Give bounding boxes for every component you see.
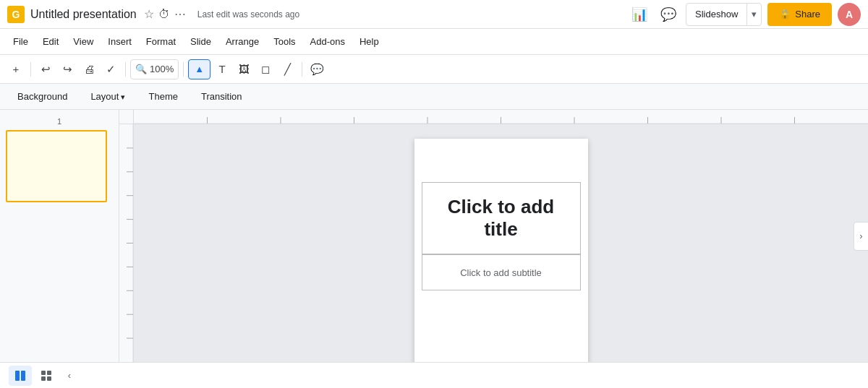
svg-rect-24: [41, 376, 46, 381]
last-edit-label: Last edit was seconds ago: [197, 9, 299, 20]
menu-insert[interactable]: Insert: [101, 33, 139, 50]
slide-subtitle-text: Click to add subtitle: [460, 267, 542, 278]
menu-file[interactable]: File: [6, 33, 35, 50]
ruler-top-marks: [134, 110, 868, 124]
ruler-left: [119, 124, 134, 362]
zoom-level: 100%: [150, 64, 174, 74]
presentation-title[interactable]: Untitled presentation: [30, 8, 137, 21]
title-bar: G Untitled presentation ☆ ⏱ ⋯ Last edit …: [0, 0, 868, 29]
main-toolbar: + ↩ ↪ 🖨 ✓ 🔍 100% ▲ T 🖼 ◻ ╱ 💬: [0, 55, 868, 84]
print-btn[interactable]: 🖨: [79, 59, 99, 79]
grid-view-btn[interactable]: [35, 366, 58, 386]
ruler-left-marks: [119, 124, 134, 362]
sep4: [302, 62, 302, 77]
filmstrip-view-btn[interactable]: [9, 366, 32, 386]
transition-btn[interactable]: Transition: [192, 88, 251, 105]
share-button[interactable]: 🔒 Share: [767, 3, 832, 26]
right-actions: 📊 💬 Slideshow ▾ 🔒 Share A: [628, 3, 861, 26]
image-btn[interactable]: 🖼: [234, 59, 254, 79]
slide-panel: 1: [0, 110, 119, 362]
present-btn[interactable]: 📊: [628, 3, 651, 26]
secondary-toolbar: Background Layout Theme Transition: [0, 84, 868, 110]
slide-thumbnail-1[interactable]: [6, 130, 107, 202]
slide-page: Click to add title Click to add subtitle: [414, 139, 588, 362]
background-btn[interactable]: Background: [9, 88, 76, 105]
comments-btn[interactable]: 💬: [657, 3, 680, 26]
subtitle-box[interactable]: Click to add subtitle: [422, 254, 581, 290]
collapse-panel-btn[interactable]: ‹: [61, 366, 78, 386]
svg-rect-22: [41, 371, 46, 375]
slideshow-label: Slideshow: [686, 4, 746, 25]
slide-canvas[interactable]: Click to add title Click to add subtitle: [134, 124, 868, 362]
comment-btn[interactable]: 💬: [307, 59, 327, 79]
add-btn[interactable]: +: [6, 59, 26, 79]
menu-tools[interactable]: Tools: [266, 33, 302, 50]
svg-rect-25: [47, 376, 51, 381]
ruler-corner: [119, 110, 134, 124]
layout-btn[interactable]: Layout: [82, 88, 134, 105]
main-content: 1: [0, 110, 868, 362]
slideshow-caret[interactable]: ▾: [746, 4, 761, 25]
menu-format[interactable]: Format: [139, 33, 183, 50]
zoom-control[interactable]: 🔍 100%: [130, 59, 179, 79]
user-avatar[interactable]: A: [838, 3, 861, 26]
undo-btn[interactable]: ↩: [35, 59, 56, 79]
sep1: [30, 62, 31, 77]
sep2: [125, 62, 126, 77]
app-logo: G: [7, 6, 25, 23]
redo-btn[interactable]: ↪: [57, 59, 77, 79]
title-box[interactable]: Click to add title: [422, 182, 581, 254]
canvas-area: Click to add title Click to add subtitle…: [119, 110, 868, 362]
slide-top-area: [414, 139, 588, 182]
menu-view[interactable]: View: [66, 33, 101, 50]
menu-bar: File Edit View Insert Format Slide Arran…: [0, 29, 868, 55]
sep3: [183, 62, 184, 77]
canvas-wrapper: Click to add title Click to add subtitle…: [119, 124, 868, 362]
line-btn[interactable]: ╱: [277, 59, 297, 79]
menu-arrange[interactable]: Arrange: [218, 33, 266, 50]
history-icon[interactable]: ⏱: [158, 8, 170, 21]
right-panel-toggle[interactable]: ›: [854, 222, 868, 251]
menu-help[interactable]: Help: [352, 33, 386, 50]
menu-addons[interactable]: Add-ons: [303, 33, 352, 50]
slide-bottom-area: [414, 290, 588, 327]
title-icons: ☆ ⏱ ⋯: [144, 7, 186, 21]
bottom-bar: ‹: [0, 362, 868, 388]
bottom-left: ‹: [9, 366, 78, 386]
slide-number-1: 1: [6, 116, 113, 127]
more-icon[interactable]: ⋯: [174, 7, 186, 21]
cursor-icon: ▲: [195, 64, 204, 74]
spellcheck-btn[interactable]: ✓: [101, 59, 121, 79]
grid-icon: [40, 369, 53, 382]
ruler-top: [134, 110, 868, 124]
svg-rect-23: [47, 371, 51, 375]
menu-slide[interactable]: Slide: [183, 33, 218, 50]
filmstrip-icon: [14, 369, 27, 382]
star-icon[interactable]: ☆: [144, 7, 154, 21]
svg-rect-20: [15, 371, 20, 381]
shapes-btn[interactable]: ◻: [255, 59, 276, 79]
text-btn[interactable]: T: [212, 59, 232, 79]
menu-edit[interactable]: Edit: [35, 33, 66, 50]
share-icon: 🔒: [779, 9, 791, 20]
zoom-icon: 🔍: [135, 64, 147, 74]
slideshow-button[interactable]: Slideshow ▾: [686, 3, 762, 26]
slide-title-text: Click to add title: [430, 196, 573, 241]
svg-rect-21: [21, 371, 25, 381]
cursor-btn[interactable]: ▲: [188, 59, 210, 79]
share-label: Share: [795, 9, 820, 20]
theme-btn[interactable]: Theme: [140, 88, 187, 105]
